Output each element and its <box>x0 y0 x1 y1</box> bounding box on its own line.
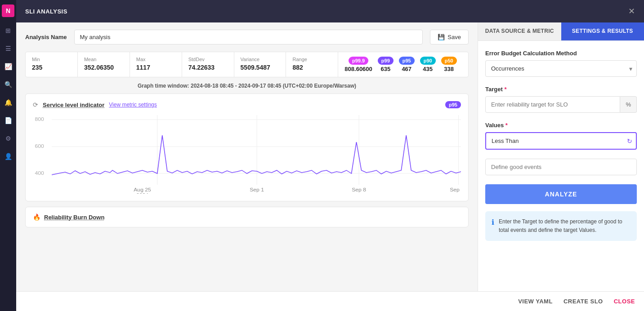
values-section: Values * Less Than Greater Than Between … <box>485 122 637 150</box>
analysis-name-input[interactable] <box>74 30 423 44</box>
modal-title: SLI ANALYSIS <box>25 8 67 15</box>
stat-min: Min 235 <box>26 52 78 77</box>
svg-text:600: 600 <box>35 143 44 149</box>
sidebar-icon-settings[interactable]: ⚙ <box>4 134 13 143</box>
target-input[interactable] <box>485 96 620 113</box>
chart-section: ⟳ Service level indicator View metric se… <box>25 93 469 201</box>
sidebar-icon-doc[interactable]: 📄 <box>4 116 13 125</box>
info-box: ℹ Enter the Target to define the percent… <box>485 211 637 241</box>
svg-text:800: 800 <box>35 116 44 122</box>
sidebar-icon-bell[interactable]: 🔔 <box>4 98 13 107</box>
values-label: Values * <box>485 122 637 129</box>
target-suffix: % <box>620 96 637 113</box>
chart-title: Service level indicator <box>43 102 104 108</box>
good-events-section <box>485 159 637 175</box>
modal-body: Analysis Name 💾 Save Min 235 Mean 352.06… <box>16 22 644 291</box>
burndown-section: 🔥 Reliability Burn Down <box>25 207 469 227</box>
svg-text:2024: 2024 <box>136 192 149 194</box>
error-budget-select-wrapper: Occurrences ▾ <box>485 60 637 77</box>
svg-text:Sep 15: Sep 15 <box>450 187 461 192</box>
chart-header: ⟳ Service level indicator View metric se… <box>33 101 461 108</box>
tab-data-source[interactable]: DATA SOURCE & METRIC <box>478 22 561 40</box>
chart-metric-link[interactable]: View metric settings <box>109 102 157 108</box>
error-budget-label: Error Budget Calculation Method <box>485 50 637 57</box>
modal-header: SLI ANALYSIS ✕ <box>16 0 644 22</box>
right-panel: DATA SOURCE & METRIC SETTINGS & RESULTS … <box>478 22 644 291</box>
info-icon: ℹ <box>492 218 494 235</box>
sidebar-icon-search[interactable]: 🔍 <box>4 80 13 89</box>
save-icon: 💾 <box>438 34 445 40</box>
close-button[interactable]: CLOSE <box>614 298 635 305</box>
modal-overlay: SLI ANALYSIS ✕ Analysis Name 💾 Save Min … <box>16 0 644 311</box>
save-button[interactable]: 💾 Save <box>430 30 469 44</box>
percentile-p50: p50 338 <box>441 57 457 72</box>
stat-max: Max 1117 <box>130 52 182 77</box>
right-panel-tabs: DATA SOURCE & METRIC SETTINGS & RESULTS <box>478 22 644 41</box>
percentile-p90: p90 435 <box>420 57 436 72</box>
chart-icon: ⟳ <box>33 101 38 108</box>
stat-variance: Variance 5509.5487 <box>234 52 286 77</box>
stat-mean: Mean 352.06350 <box>78 52 130 77</box>
values-select[interactable]: Less Than Greater Than Between <box>485 132 637 150</box>
stat-stddev: StdDev 74.22633 <box>182 52 234 77</box>
chart-svg: 800 600 400 Aug 25 <box>33 113 461 194</box>
tab-settings-results[interactable]: SETTINGS & RESULTS <box>561 22 644 40</box>
target-section: Target * % <box>485 86 637 113</box>
burndown-title: Reliability Burn Down <box>44 214 104 221</box>
modal-close-button[interactable]: ✕ <box>628 6 635 16</box>
svg-text:Aug 25: Aug 25 <box>134 187 151 192</box>
chart-badge: p95 <box>445 101 461 108</box>
svg-text:400: 400 <box>35 170 44 176</box>
sidebar-icon-home[interactable]: ⊞ <box>4 26 13 35</box>
error-budget-section: Error Budget Calculation Method Occurren… <box>485 50 637 77</box>
svg-text:Sep 8: Sep 8 <box>352 187 366 192</box>
time-window: Graph time window: 2024-08-18 08:45 - 20… <box>25 83 469 89</box>
percentile-p999: p99.9 808.60600 <box>344 57 372 72</box>
view-yaml-button[interactable]: VIEW YAML <box>518 298 553 305</box>
chart-area: 800 600 400 Aug 25 <box>33 113 461 194</box>
burndown-icon: 🔥 <box>33 213 40 221</box>
left-panel: Analysis Name 💾 Save Min 235 Mean 352.06… <box>16 22 478 291</box>
sidebar: N ⊞ ☰ 📈 🔍 🔔 📄 ⚙ 👤 <box>0 0 16 311</box>
percentile-p95: p95 467 <box>399 57 415 72</box>
sidebar-icon-list[interactable]: ☰ <box>4 44 13 53</box>
values-select-wrapper: Less Than Greater Than Between ↻ <box>485 132 637 150</box>
error-budget-select[interactable]: Occurrences <box>485 60 637 77</box>
target-row: % <box>485 96 637 113</box>
info-text: Enter the Target to define the percentag… <box>499 218 631 235</box>
percentile-badges: p99.9 808.60600 p99 635 p95 467 p90 435 <box>338 52 468 77</box>
logo: N <box>2 4 14 17</box>
sidebar-icon-chart[interactable]: 📈 <box>4 62 13 71</box>
create-slo-button[interactable]: CREATE SLO <box>564 298 603 305</box>
stats-row: Min 235 Mean 352.06350 Max 1117 StdDev 7… <box>25 52 469 77</box>
percentile-p99: p99 635 <box>378 57 394 72</box>
good-events-input[interactable] <box>485 159 637 175</box>
right-panel-content: Error Budget Calculation Method Occurren… <box>478 41 644 291</box>
modal-footer: VIEW YAML CREATE SLO CLOSE <box>16 291 644 311</box>
svg-text:Sep 1: Sep 1 <box>250 187 264 192</box>
analyze-button[interactable]: ANALYZE <box>485 184 637 204</box>
target-label: Target * <box>485 86 637 93</box>
stat-range: Range 882 <box>286 52 338 77</box>
burndown-header: 🔥 Reliability Burn Down <box>33 213 461 221</box>
analysis-name-row: Analysis Name 💾 Save <box>25 30 469 44</box>
sidebar-icon-user[interactable]: 👤 <box>4 152 13 161</box>
analysis-name-label: Analysis Name <box>25 34 67 40</box>
